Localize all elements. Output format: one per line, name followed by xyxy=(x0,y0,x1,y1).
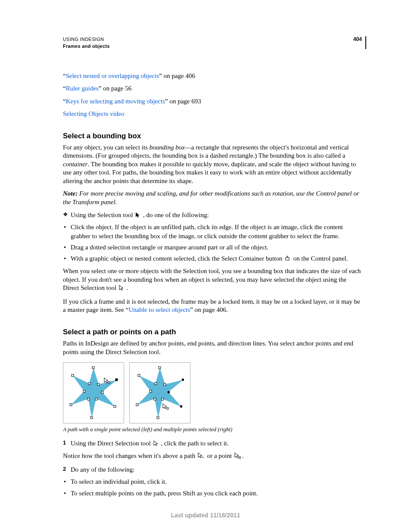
svg-rect-4 xyxy=(92,367,94,369)
xref: “Keys for selecting and moving objects” … xyxy=(63,97,361,106)
xref: “Ruler guides” on page 56 xyxy=(63,84,361,93)
list-item: Drag a dotted selection rectangle or mar… xyxy=(63,243,361,252)
body-text: When you select one or more objects with… xyxy=(63,267,361,293)
body-text: For any object, you can select its bound… xyxy=(63,143,361,186)
note: Note: For more precise moving and scalin… xyxy=(63,190,361,206)
xref: “Select nested or overlapping objects” o… xyxy=(63,72,361,81)
xref: Selecting Objects video xyxy=(63,110,361,118)
page-number: 404 xyxy=(353,36,366,49)
section-name: Frames and objects xyxy=(63,43,110,49)
svg-rect-6 xyxy=(114,405,116,408)
figure-row xyxy=(63,362,361,423)
svg-rect-29 xyxy=(180,405,182,408)
footer-updated: Last updated 11/16/2011 xyxy=(0,511,411,519)
cursor-over-path-icon xyxy=(198,452,205,461)
svg-rect-13 xyxy=(87,398,90,400)
list-item: To select an individual point, click it. xyxy=(63,477,361,486)
svg-marker-3 xyxy=(71,368,117,418)
heading-bounding-box: Select a bounding box xyxy=(63,131,361,141)
svg-rect-7 xyxy=(90,417,93,419)
direct-selection-tool-icon xyxy=(153,440,159,449)
svg-rect-26 xyxy=(155,383,157,385)
svg-rect-22 xyxy=(164,383,166,386)
link-unable-to-select[interactable]: Unable to select objects xyxy=(128,306,190,313)
cursor-over-point-icon xyxy=(234,452,241,461)
link-keys-selecting[interactable]: Keys for selecting and moving objects xyxy=(66,98,165,105)
list-item: Click the object. If the object is an un… xyxy=(63,223,361,240)
svg-rect-28 xyxy=(168,391,170,393)
list-item: With a graphic object or nested content … xyxy=(63,254,361,264)
svg-rect-21 xyxy=(138,374,140,376)
svg-rect-12 xyxy=(95,398,97,400)
svg-rect-18 xyxy=(159,367,161,369)
figure-right xyxy=(129,362,190,423)
svg-marker-17 xyxy=(137,368,183,418)
direct-selection-tool-icon xyxy=(119,285,124,293)
svg-rect-11 xyxy=(101,391,103,393)
list-item: To select multiple points on the path, p… xyxy=(63,489,361,498)
body-text: If you click a frame and it is not selec… xyxy=(63,298,361,314)
heading-select-path: Select a path or points on a path xyxy=(63,327,361,337)
select-container-icon xyxy=(285,255,291,264)
svg-rect-27 xyxy=(182,379,184,381)
svg-rect-9 xyxy=(72,374,74,376)
svg-rect-24 xyxy=(154,398,156,400)
page-header: USING INDESIGN Frames and objects 404 xyxy=(63,36,361,50)
svg-rect-10 xyxy=(97,383,100,386)
svg-rect-19 xyxy=(157,417,159,419)
selection-tool-icon xyxy=(135,212,140,220)
svg-rect-14 xyxy=(83,390,85,392)
doc-title: USING INDESIGN xyxy=(63,36,110,42)
link-ruler-guides[interactable]: Ruler guides xyxy=(66,85,99,92)
figure-left xyxy=(63,362,124,423)
step-item: 2Do any of the following: xyxy=(63,466,361,474)
link-selecting-video[interactable]: Selecting Objects video xyxy=(63,110,124,117)
svg-rect-23 xyxy=(162,398,164,400)
svg-rect-15 xyxy=(88,383,90,385)
body-text: Notice how the tool changes when it's ab… xyxy=(63,452,361,461)
step-item: 1 Using the Direct Selection tool , clic… xyxy=(63,439,361,449)
procedure-lead: Using the Selection tool , do one of the… xyxy=(63,211,361,220)
link-select-nested[interactable]: Select nested or overlapping objects xyxy=(66,72,159,79)
body-text: Paths in InDesign are defined by anchor … xyxy=(63,339,361,356)
figure-caption: A path with a single point selected (lef… xyxy=(63,426,361,433)
svg-rect-16 xyxy=(115,379,118,381)
svg-rect-25 xyxy=(149,390,152,392)
svg-rect-8 xyxy=(70,404,72,406)
svg-rect-20 xyxy=(136,404,138,406)
